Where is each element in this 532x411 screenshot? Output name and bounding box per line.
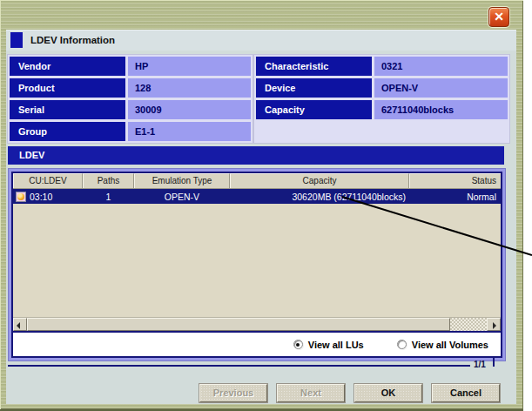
field-row-vendor: Vendor HP — [10, 57, 251, 76]
previous-button[interactable]: Previous — [199, 384, 267, 402]
ldev-volume-icon — [16, 192, 26, 202]
field-value: E1-1 — [128, 122, 251, 141]
field-value: OPEN-V — [374, 78, 508, 98]
dialog-title-bar: LDEV Information — [6, 30, 516, 51]
screenshot-canvas: ✕ LDEV Information Vendor HP Product 128… — [0, 0, 532, 411]
page-title: LDEV Information — [30, 30, 115, 51]
radio-unselected-icon — [397, 340, 407, 349]
field-row-product: Product 128 — [10, 78, 251, 98]
field-label: Capacity — [256, 100, 372, 119]
cell-status: Normal — [409, 192, 501, 202]
scroll-right-arrow-icon[interactable] — [487, 318, 501, 331]
ldev-information-dialog: ✕ LDEV Information Vendor HP Product 128… — [0, 0, 523, 411]
cu-ldev-value: 03:10 — [30, 192, 52, 202]
next-button[interactable]: Next — [277, 384, 345, 402]
dialog-button-row: Previous Next OK Cancel — [6, 384, 500, 402]
ldev-table-inner: CU:LDEV Paths Emulation Type Capacity St… — [11, 172, 502, 358]
close-icon[interactable]: ✕ — [488, 7, 509, 27]
ldev-section-header: LDEV — [8, 146, 504, 165]
cell-paths: 1 — [83, 192, 134, 202]
field-value: 0321 — [374, 57, 508, 76]
column-header-capacity[interactable]: Capacity — [230, 173, 409, 188]
scrollbar-track[interactable] — [450, 318, 487, 331]
title-bullet-icon — [10, 32, 23, 48]
field-label: Product — [10, 78, 125, 98]
horizontal-scrollbar[interactable] — [13, 317, 501, 331]
ldev-table: CU:LDEV Paths Emulation Type Capacity St… — [13, 173, 501, 331]
field-value: 128 — [128, 78, 251, 98]
cancel-button[interactable]: Cancel — [432, 384, 500, 402]
cell-emulation-type: OPEN-V — [134, 192, 230, 202]
column-header-paths[interactable]: Paths — [83, 173, 134, 188]
field-label: Vendor — [10, 57, 125, 76]
fields-panel-right: Characteristic 0321 Device OPEN-V Capaci… — [254, 55, 509, 143]
table-empty-area — [13, 204, 501, 317]
field-label: Serial — [10, 100, 125, 119]
pagination-line — [8, 365, 470, 367]
field-row-serial: Serial 30009 — [10, 100, 251, 119]
fields-panel-left: Vendor HP Product 128 Serial 30009 Group… — [8, 55, 253, 143]
pagination-text: 1/1 — [474, 360, 486, 369]
cell-cu-ldev: 03:10 — [13, 192, 83, 202]
pagination-tick — [493, 358, 495, 367]
field-value: 62711040blocks — [374, 100, 508, 119]
field-value: HP — [128, 57, 251, 76]
dialog-content: Vendor HP Product 128 Serial 30009 Group… — [6, 51, 516, 404]
scrollbar-thumb[interactable] — [27, 318, 450, 331]
table-row[interactable]: 03:10 1 OPEN-V 30620MB (62711040blocks) … — [13, 189, 501, 204]
scroll-left-arrow-icon[interactable] — [13, 318, 27, 331]
field-label: Characteristic — [256, 57, 372, 76]
field-row-device: Device OPEN-V — [256, 78, 508, 98]
column-header-emulation-type[interactable]: Emulation Type — [134, 173, 230, 188]
radio-label: View all LUs — [308, 340, 364, 350]
column-header-cu-ldev[interactable]: CU:LDEV — [13, 173, 83, 188]
radio-view-all-volumes[interactable]: View all Volumes — [397, 340, 488, 350]
field-row-characteristic: Characteristic 0321 — [256, 57, 508, 76]
ok-button[interactable]: OK — [354, 384, 422, 402]
field-row-group: Group E1-1 — [10, 122, 251, 141]
table-header-row: CU:LDEV Paths Emulation Type Capacity St… — [13, 173, 501, 189]
field-label: Device — [256, 78, 372, 98]
radio-view-all-lus[interactable]: View all LUs — [293, 340, 364, 350]
column-header-status[interactable]: Status — [409, 173, 501, 188]
ldev-table-panel: CU:LDEV Paths Emulation Type Capacity St… — [8, 168, 506, 361]
field-value: 30009 — [128, 100, 251, 119]
radio-selected-icon — [293, 340, 303, 349]
radio-label: View all Volumes — [412, 340, 488, 350]
view-options-band: View all LUs View all Volumes — [13, 333, 501, 356]
field-label: Group — [10, 122, 125, 141]
cell-capacity: 30620MB (62711040blocks) — [230, 192, 409, 202]
field-row-capacity: Capacity 62711040blocks — [256, 100, 508, 119]
